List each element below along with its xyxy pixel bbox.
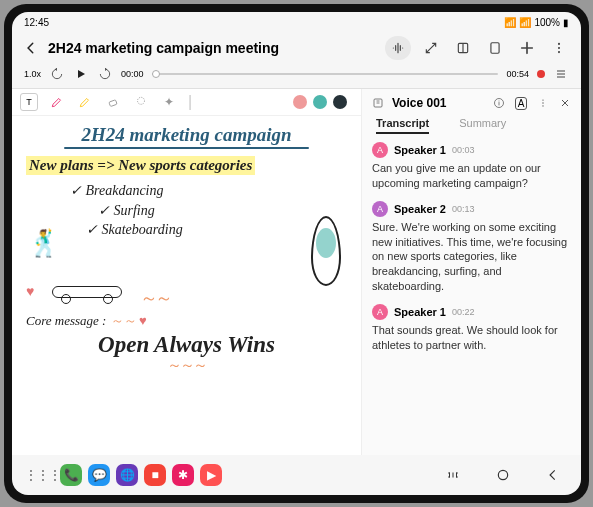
screen: 12:45 📶 📶 100% ▮ 2H24 marketing campaign…: [12, 12, 581, 495]
home-button[interactable]: [495, 467, 511, 483]
clock: 12:45: [24, 17, 49, 28]
page-icon[interactable]: [483, 36, 507, 60]
speaker-text: Can you give me an update on our upcomin…: [372, 161, 571, 191]
svg-point-10: [542, 102, 543, 103]
device-frame: 12:45 📶 📶 100% ▮ 2H24 marketing campaign…: [4, 4, 589, 503]
slogan-underline: ～～～: [26, 356, 347, 375]
dock-app-icon[interactable]: ▶: [200, 464, 222, 486]
speaker-time: 00:13: [452, 204, 475, 214]
lasso-icon[interactable]: [132, 93, 150, 111]
speaker-time: 00:22: [452, 307, 475, 317]
panel-more-icon[interactable]: [535, 95, 551, 111]
voice-panel: Voice 001 A Transcript Summary ASpeaker …: [361, 89, 581, 455]
drawing-toolbar: T ✦ |: [12, 89, 361, 116]
highlighter-icon[interactable]: [76, 93, 94, 111]
transcript-list[interactable]: ASpeaker 100:03Can you give me an update…: [362, 138, 581, 455]
speaker-name: Speaker 1: [394, 306, 446, 318]
expand-icon[interactable]: [419, 36, 443, 60]
ai-icon[interactable]: ✦: [160, 93, 178, 111]
app-dock: ⋮⋮⋮ 📞💬🌐■✱▶: [32, 464, 222, 486]
add-button[interactable]: [515, 36, 539, 60]
signal-icon: 📶: [519, 17, 531, 28]
svg-point-12: [498, 470, 507, 479]
svg-point-2: [558, 43, 560, 45]
total-time: 00:54: [506, 69, 529, 79]
nav-bar: ⋮⋮⋮ 📞💬🌐■✱▶: [12, 455, 581, 495]
current-time: 00:00: [121, 69, 144, 79]
svg-rect-5: [109, 100, 117, 107]
pen-icon[interactable]: [48, 93, 66, 111]
drawing-area[interactable]: 2H24 marketing campaign New plans => New…: [12, 116, 361, 455]
text-mode-icon[interactable]: T: [20, 93, 38, 111]
skater-sketch: 🕺: [28, 228, 60, 259]
wifi-icon: 📶: [504, 17, 516, 28]
color-swatch-3[interactable]: [333, 95, 347, 109]
svg-point-6: [138, 97, 145, 104]
speaker-avatar: A: [372, 201, 388, 217]
font-icon[interactable]: A: [513, 95, 529, 111]
tab-transcript[interactable]: Transcript: [376, 117, 429, 134]
battery-icon: ▮: [563, 17, 569, 28]
speaker-avatar: A: [372, 142, 388, 158]
dock-app-icon[interactable]: ✱: [172, 464, 194, 486]
eraser-icon[interactable]: [104, 93, 122, 111]
transcript-icon: [370, 95, 386, 111]
transcript-entry[interactable]: ASpeaker 200:13Sure. We're working on so…: [372, 201, 571, 294]
waveform-icon[interactable]: [385, 36, 411, 60]
heart-sketch: ♥: [26, 284, 34, 300]
rewind-icon[interactable]: [49, 66, 65, 82]
back-button[interactable]: [22, 39, 40, 57]
recents-button[interactable]: [445, 467, 461, 483]
speed-label[interactable]: 1.0x: [24, 69, 41, 79]
playback-bar: 1.0x 00:00 00:54: [12, 64, 581, 88]
voice-title: Voice 001: [392, 96, 485, 110]
apps-grid-icon[interactable]: ⋮⋮⋮: [32, 464, 54, 486]
speaker-time: 00:03: [452, 145, 475, 155]
seek-slider[interactable]: [152, 73, 499, 75]
app-header: 2H24 marketing campaign meeting: [12, 32, 581, 64]
svg-point-3: [558, 47, 560, 49]
speaker-text: That sounds great. We should look for at…: [372, 323, 571, 353]
list-item: Breakdancing: [70, 181, 347, 201]
status-bar: 12:45 📶 📶 100% ▮: [12, 12, 581, 32]
transcript-entry[interactable]: ASpeaker 100:22That sounds great. We sho…: [372, 304, 571, 353]
color-swatch-2[interactable]: [313, 95, 327, 109]
close-icon[interactable]: [557, 95, 573, 111]
note-highlight: New plans => New sports categories: [26, 156, 255, 175]
speaker-text: Sure. We're working on some exciting new…: [372, 220, 571, 294]
speaker-name: Speaker 1: [394, 144, 446, 156]
transcript-entry[interactable]: ASpeaker 100:03Can you give me an update…: [372, 142, 571, 191]
svg-point-9: [542, 99, 543, 100]
dock-app-icon[interactable]: 📞: [60, 464, 82, 486]
note-title: 2H24 marketing campaign: [26, 124, 347, 146]
info-icon[interactable]: [491, 95, 507, 111]
page-title: 2H24 marketing campaign meeting: [48, 40, 377, 56]
squiggle-sketch: ～～: [140, 286, 170, 310]
speaker-name: Speaker 2: [394, 203, 446, 215]
svg-point-11: [542, 105, 543, 106]
tab-summary[interactable]: Summary: [459, 117, 506, 134]
playlist-icon[interactable]: [553, 66, 569, 82]
more-icon[interactable]: [547, 36, 571, 60]
dock-app-icon[interactable]: 💬: [88, 464, 110, 486]
color-swatch-1[interactable]: [293, 95, 307, 109]
dock-app-icon[interactable]: 🌐: [116, 464, 138, 486]
core-message-label: Core message : ～～ ♥: [26, 312, 347, 330]
dock-app-icon[interactable]: ■: [144, 464, 166, 486]
record-icon[interactable]: [537, 70, 545, 78]
list-item: Surfing: [98, 201, 347, 221]
nav-back-button[interactable]: [545, 467, 561, 483]
note-list: Breakdancing Surfing Skateboarding: [70, 181, 347, 240]
svg-rect-1: [491, 43, 499, 54]
note-canvas[interactable]: T ✦ | 2H24 marketing campaign New plans …: [12, 89, 361, 455]
reader-icon[interactable]: [451, 36, 475, 60]
list-item: Skateboarding: [86, 220, 347, 240]
svg-point-4: [558, 51, 560, 53]
forward-icon[interactable]: [97, 66, 113, 82]
skateboard-sketch: [52, 286, 122, 298]
play-icon[interactable]: [73, 66, 89, 82]
slogan: Open Always Wins: [26, 332, 347, 358]
battery-text: 100%: [534, 17, 560, 28]
speaker-avatar: A: [372, 304, 388, 320]
